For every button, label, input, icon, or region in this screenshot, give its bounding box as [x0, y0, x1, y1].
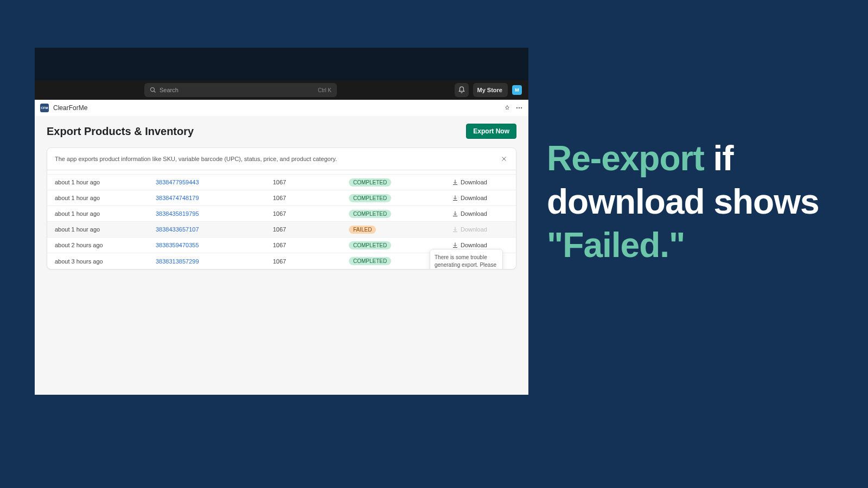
error-tooltip: There is some trouble generating export.…: [430, 249, 503, 269]
pin-icon[interactable]: [503, 104, 511, 112]
row-status: COMPLETED: [349, 178, 446, 187]
row-status: COMPLETED: [349, 241, 446, 249]
svg-line-1: [154, 91, 156, 93]
row-status: FAILED: [349, 226, 446, 234]
download-icon: [452, 210, 458, 217]
info-text: The app exports product information like…: [55, 156, 337, 162]
more-icon[interactable]: [515, 104, 523, 112]
window-header-strip: [35, 48, 528, 80]
table-row: about 1 hour ago38384358197951067COMPLET…: [47, 206, 516, 222]
row-count: 1067: [273, 195, 349, 201]
download-label: Download: [461, 226, 487, 233]
store-label: My Store: [477, 87, 502, 93]
download-button[interactable]: Download: [446, 179, 516, 185]
download-icon: [452, 179, 458, 185]
row-id-link[interactable]: 3838435819795: [156, 210, 273, 217]
row-id-link[interactable]: 3838477959443: [156, 179, 273, 185]
app-window: Search Ctrl K My Store M CFM ClearForMe: [35, 48, 528, 395]
breadcrumb: CFM ClearForMe: [35, 100, 528, 116]
row-time: about 1 hour ago: [47, 226, 156, 233]
callout-text: Re-export if download shows "Failed.": [547, 137, 840, 267]
svg-point-3: [519, 107, 520, 108]
row-status: COMPLETED: [349, 194, 446, 202]
table-row: about 1 hour ago38384779594431067COMPLET…: [47, 175, 516, 190]
row-count: 1067: [273, 210, 349, 217]
download-button[interactable]: Download: [446, 210, 516, 217]
row-id-link[interactable]: 3838474748179: [156, 195, 273, 201]
export-now-button[interactable]: Export Now: [466, 124, 516, 139]
scroll-overflow-row: [47, 170, 516, 175]
export-table: about 1 hour ago38384779594431067COMPLET…: [47, 170, 516, 269]
download-icon: [452, 242, 458, 248]
download-label: Download: [461, 179, 487, 185]
store-menu[interactable]: My Store: [473, 83, 508, 97]
store-avatar[interactable]: M: [512, 85, 522, 95]
search-icon: [150, 87, 156, 93]
page-header: Export Products & Inventory Export Now: [35, 116, 528, 144]
row-count: 1067: [273, 242, 349, 248]
app-name: ClearForMe: [53, 104, 87, 112]
row-status: COMPLETED: [349, 210, 446, 218]
svg-point-4: [521, 107, 522, 108]
download-button: Download: [446, 226, 516, 233]
status-badge: COMPLETED: [349, 241, 391, 249]
status-badge: COMPLETED: [349, 210, 391, 218]
row-count: 1067: [273, 258, 349, 265]
row-count: 1067: [273, 226, 349, 233]
row-time: about 1 hour ago: [47, 195, 156, 201]
notifications-button[interactable]: [455, 83, 469, 97]
page-title: Export Products & Inventory: [47, 125, 194, 138]
row-time: about 1 hour ago: [47, 210, 156, 217]
topbar-right: My Store M: [455, 83, 522, 97]
download-icon: [452, 195, 458, 201]
info-banner: The app exports product information like…: [47, 148, 516, 170]
row-time: about 3 hours ago: [47, 258, 156, 265]
row-id-link[interactable]: 3838433657107: [156, 226, 273, 233]
svg-point-0: [151, 88, 155, 92]
row-id-link[interactable]: 3838313857299: [156, 258, 273, 265]
row-count: 1067: [273, 179, 349, 185]
crumb-actions: [503, 104, 523, 112]
topbar: Search Ctrl K My Store M: [35, 80, 528, 100]
search-input[interactable]: Search Ctrl K: [144, 83, 337, 97]
exports-card: The app exports product information like…: [47, 147, 516, 269]
search-shortcut: Ctrl K: [318, 87, 331, 93]
download-button[interactable]: Download: [446, 195, 516, 201]
download-label: Download: [461, 195, 487, 201]
callout-accent-2: "Failed.": [547, 226, 685, 265]
download-icon: [452, 226, 458, 233]
download-label: Download: [461, 210, 487, 217]
search-placeholder: Search: [159, 87, 315, 93]
content-area: CFM ClearForMe Export Products & Invento…: [35, 100, 528, 395]
row-time: about 1 hour ago: [47, 179, 156, 185]
table-row: about 1 hour ago38384336571071067FAILEDD…: [47, 222, 516, 237]
download-label: Download: [461, 242, 487, 248]
app-logo-icon: CFM: [40, 104, 49, 112]
table-row: about 1 hour ago38384747481791067COMPLET…: [47, 190, 516, 206]
download-button[interactable]: Download: [446, 242, 516, 248]
status-badge: COMPLETED: [349, 194, 391, 202]
status-badge: COMPLETED: [349, 257, 391, 265]
bell-icon: [458, 86, 465, 94]
status-badge: FAILED: [349, 226, 376, 234]
callout-accent-1: Re-export: [547, 139, 713, 178]
row-id-link[interactable]: 3838359470355: [156, 242, 273, 248]
status-badge: COMPLETED: [349, 178, 391, 187]
svg-point-2: [516, 107, 518, 108]
close-icon[interactable]: [500, 155, 508, 163]
row-time: about 2 hours ago: [47, 242, 156, 248]
